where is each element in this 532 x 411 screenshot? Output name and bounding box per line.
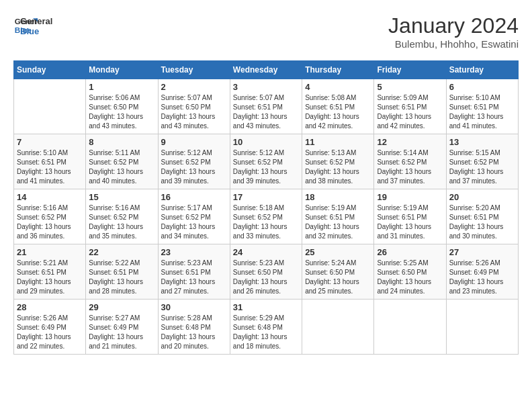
day-number: 7 — [17, 137, 83, 147]
day-info: Sunrise: 5:22 AM Sunset: 6:51 PM Dayligh… — [89, 259, 154, 296]
day-cell: 12Sunrise: 5:14 AM Sunset: 6:52 PM Dayli… — [374, 134, 446, 189]
logo-text-general: General — [20, 16, 52, 26]
header-wednesday: Wednesday — [230, 61, 302, 79]
day-cell: 20Sunrise: 5:20 AM Sunset: 6:51 PM Dayli… — [446, 189, 518, 244]
day-number: 8 — [89, 137, 154, 147]
day-number: 27 — [449, 247, 515, 257]
day-number: 26 — [377, 247, 443, 257]
day-info: Sunrise: 5:28 AM Sunset: 6:48 PM Dayligh… — [161, 314, 227, 351]
day-cell: 6Sunrise: 5:10 AM Sunset: 6:51 PM Daylig… — [446, 79, 518, 134]
day-cell: 7Sunrise: 5:10 AM Sunset: 6:51 PM Daylig… — [14, 134, 86, 189]
header-row: SundayMondayTuesdayWednesdayThursdayFrid… — [14, 61, 519, 79]
day-info: Sunrise: 5:13 AM Sunset: 6:52 PM Dayligh… — [305, 148, 371, 186]
day-cell: 23Sunrise: 5:23 AM Sunset: 6:51 PM Dayli… — [158, 244, 230, 300]
day-number: 4 — [305, 82, 371, 92]
day-cell: 3Sunrise: 5:07 AM Sunset: 6:51 PM Daylig… — [230, 79, 302, 134]
day-number: 10 — [233, 137, 299, 147]
day-cell — [374, 300, 446, 355]
day-number: 2 — [161, 82, 227, 92]
day-info: Sunrise: 5:27 AM Sunset: 6:49 PM Dayligh… — [89, 314, 154, 351]
day-cell: 29Sunrise: 5:27 AM Sunset: 6:49 PM Dayli… — [86, 300, 158, 355]
day-info: Sunrise: 5:08 AM Sunset: 6:51 PM Dayligh… — [305, 93, 371, 131]
title-block: January 2024 Bulembu, Hhohho, Eswatini — [388, 13, 519, 50]
day-number: 11 — [305, 137, 371, 147]
page-header: General Blue General Blue January 2024 B… — [13, 13, 519, 50]
day-info: Sunrise: 5:09 AM Sunset: 6:51 PM Dayligh… — [377, 93, 443, 131]
day-info: Sunrise: 5:10 AM Sunset: 6:51 PM Dayligh… — [17, 148, 83, 186]
day-number: 12 — [377, 137, 443, 147]
day-number: 13 — [449, 137, 515, 147]
day-number: 30 — [161, 302, 227, 312]
day-number: 29 — [89, 302, 154, 312]
day-cell: 19Sunrise: 5:19 AM Sunset: 6:51 PM Dayli… — [374, 189, 446, 244]
day-cell: 15Sunrise: 5:16 AM Sunset: 6:52 PM Dayli… — [86, 189, 158, 244]
day-cell: 25Sunrise: 5:24 AM Sunset: 6:50 PM Dayli… — [302, 244, 374, 300]
day-cell: 17Sunrise: 5:18 AM Sunset: 6:52 PM Dayli… — [230, 189, 302, 244]
day-number: 22 — [89, 247, 154, 257]
day-info: Sunrise: 5:25 AM Sunset: 6:50 PM Dayligh… — [377, 259, 443, 296]
day-number: 28 — [17, 302, 83, 312]
day-info: Sunrise: 5:11 AM Sunset: 6:52 PM Dayligh… — [89, 148, 154, 186]
day-number: 16 — [161, 192, 227, 202]
day-cell: 21Sunrise: 5:21 AM Sunset: 6:51 PM Dayli… — [14, 244, 86, 300]
day-cell: 1Sunrise: 5:06 AM Sunset: 6:50 PM Daylig… — [86, 79, 158, 134]
week-row-2: 7Sunrise: 5:10 AM Sunset: 6:51 PM Daylig… — [14, 134, 519, 189]
day-cell — [446, 300, 518, 355]
header-sunday: Sunday — [14, 61, 86, 79]
day-number: 14 — [17, 192, 83, 202]
day-info: Sunrise: 5:20 AM Sunset: 6:51 PM Dayligh… — [449, 203, 515, 241]
day-cell: 14Sunrise: 5:16 AM Sunset: 6:52 PM Dayli… — [14, 189, 86, 244]
day-cell: 9Sunrise: 5:12 AM Sunset: 6:52 PM Daylig… — [158, 134, 230, 189]
day-number: 9 — [161, 137, 227, 147]
day-info: Sunrise: 5:16 AM Sunset: 6:52 PM Dayligh… — [17, 203, 83, 241]
day-cell: 5Sunrise: 5:09 AM Sunset: 6:51 PM Daylig… — [374, 79, 446, 134]
day-info: Sunrise: 5:10 AM Sunset: 6:51 PM Dayligh… — [449, 93, 515, 131]
day-cell: 2Sunrise: 5:07 AM Sunset: 6:50 PM Daylig… — [158, 79, 230, 134]
header-tuesday: Tuesday — [158, 61, 230, 79]
week-row-1: 1Sunrise: 5:06 AM Sunset: 6:50 PM Daylig… — [14, 79, 519, 134]
day-cell: 26Sunrise: 5:25 AM Sunset: 6:50 PM Dayli… — [374, 244, 446, 300]
day-info: Sunrise: 5:16 AM Sunset: 6:52 PM Dayligh… — [89, 203, 154, 241]
day-info: Sunrise: 5:21 AM Sunset: 6:51 PM Dayligh… — [17, 259, 83, 296]
logo-text-blue: Blue — [20, 26, 52, 36]
day-number: 21 — [17, 247, 83, 257]
day-cell: 31Sunrise: 5:29 AM Sunset: 6:48 PM Dayli… — [230, 300, 302, 355]
header-friday: Friday — [374, 61, 446, 79]
day-number: 17 — [233, 192, 299, 202]
day-info: Sunrise: 5:14 AM Sunset: 6:52 PM Dayligh… — [377, 148, 443, 186]
day-cell: 22Sunrise: 5:22 AM Sunset: 6:51 PM Dayli… — [86, 244, 158, 300]
day-info: Sunrise: 5:12 AM Sunset: 6:52 PM Dayligh… — [233, 148, 299, 186]
day-cell: 11Sunrise: 5:13 AM Sunset: 6:52 PM Dayli… — [302, 134, 374, 189]
day-info: Sunrise: 5:29 AM Sunset: 6:48 PM Dayligh… — [233, 314, 299, 351]
calendar-table: SundayMondayTuesdayWednesdayThursdayFrid… — [13, 60, 519, 355]
day-cell: 8Sunrise: 5:11 AM Sunset: 6:52 PM Daylig… — [86, 134, 158, 189]
day-number: 23 — [161, 247, 227, 257]
day-info: Sunrise: 5:17 AM Sunset: 6:52 PM Dayligh… — [161, 203, 227, 241]
day-number: 5 — [377, 82, 443, 92]
day-cell: 30Sunrise: 5:28 AM Sunset: 6:48 PM Dayli… — [158, 300, 230, 355]
day-number: 15 — [89, 192, 154, 202]
day-info: Sunrise: 5:23 AM Sunset: 6:50 PM Dayligh… — [233, 259, 299, 296]
day-number: 25 — [305, 247, 371, 257]
day-cell: 16Sunrise: 5:17 AM Sunset: 6:52 PM Dayli… — [158, 189, 230, 244]
week-row-5: 28Sunrise: 5:26 AM Sunset: 6:49 PM Dayli… — [14, 300, 519, 355]
month-title: January 2024 — [388, 13, 519, 38]
day-number: 24 — [233, 247, 299, 257]
week-row-3: 14Sunrise: 5:16 AM Sunset: 6:52 PM Dayli… — [14, 189, 519, 244]
day-cell: 18Sunrise: 5:19 AM Sunset: 6:51 PM Dayli… — [302, 189, 374, 244]
location-subtitle: Bulembu, Hhohho, Eswatini — [388, 38, 519, 50]
day-info: Sunrise: 5:24 AM Sunset: 6:50 PM Dayligh… — [305, 259, 371, 296]
header-saturday: Saturday — [446, 61, 518, 79]
day-info: Sunrise: 5:07 AM Sunset: 6:50 PM Dayligh… — [161, 93, 227, 131]
day-number: 19 — [377, 192, 443, 202]
header-thursday: Thursday — [302, 61, 374, 79]
day-cell — [302, 300, 374, 355]
day-info: Sunrise: 5:26 AM Sunset: 6:49 PM Dayligh… — [449, 259, 515, 296]
day-number: 20 — [449, 192, 515, 202]
day-info: Sunrise: 5:19 AM Sunset: 6:51 PM Dayligh… — [305, 203, 371, 241]
day-cell: 27Sunrise: 5:26 AM Sunset: 6:49 PM Dayli… — [446, 244, 518, 300]
day-cell: 24Sunrise: 5:23 AM Sunset: 6:50 PM Dayli… — [230, 244, 302, 300]
day-info: Sunrise: 5:23 AM Sunset: 6:51 PM Dayligh… — [161, 259, 227, 296]
day-number: 1 — [89, 82, 154, 92]
day-number: 6 — [449, 82, 515, 92]
